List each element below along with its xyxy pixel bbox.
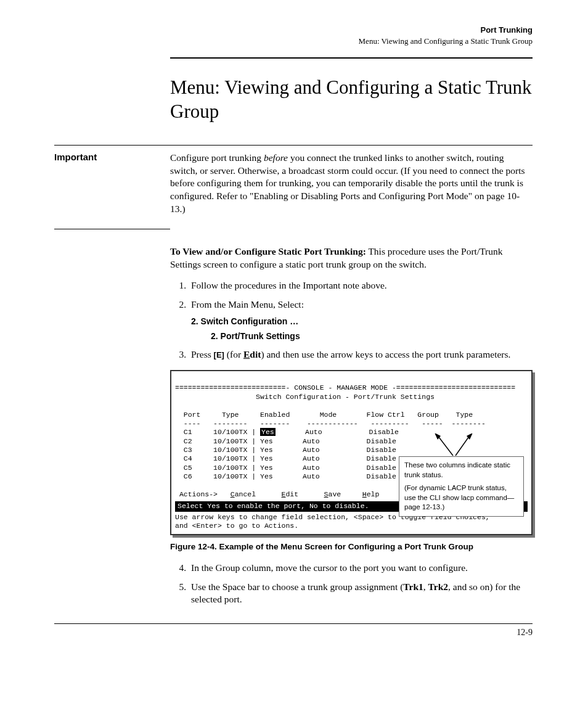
row-c6: C6 10/100TX | Yes Auto Disable bbox=[175, 472, 396, 480]
steps-list-1: Follow the procedures in the Important n… bbox=[170, 279, 533, 361]
menu-path-2: 2. Port/Trunk Settings bbox=[211, 330, 533, 342]
running-title: Port Trunking bbox=[54, 25, 533, 36]
svg-line-2 bbox=[455, 435, 470, 456]
main-content: To View and/or Configure Static Port Tru… bbox=[170, 245, 533, 615]
figure-caption: Figure 12-4. Example of the Menu Screen … bbox=[170, 541, 533, 552]
row-c1: C1 10/100TX | Yes Auto Disable bbox=[175, 428, 399, 436]
important-label: Important bbox=[54, 152, 97, 162]
step-1: Follow the procedures in the Important n… bbox=[189, 279, 533, 292]
important-em: before bbox=[264, 152, 288, 163]
important-body: Configure port trunking before you conne… bbox=[170, 145, 533, 229]
callout-box: These two columns indicate static trunk … bbox=[399, 456, 524, 517]
svg-line-0 bbox=[437, 435, 453, 456]
running-subtitle: Menu: Viewing and Configuring a Static T… bbox=[54, 36, 533, 47]
row-c5: C5 10/100TX | Yes Auto Disable bbox=[175, 464, 396, 472]
page-title: Menu: Viewing and Configuring a Static T… bbox=[170, 76, 533, 124]
important-label-col: Important bbox=[54, 145, 170, 229]
console-title: ==========================- CONSOLE - MA… bbox=[175, 384, 515, 392]
console-subtitle: Switch Configuration - Port/Trunk Settin… bbox=[175, 393, 435, 401]
callout-line1: These two columns indicate static trunk … bbox=[404, 461, 518, 480]
rule-bottom bbox=[54, 623, 533, 624]
rule-top bbox=[170, 57, 533, 59]
callout-line2: (For dynamic LACP trunk status, use the … bbox=[404, 483, 518, 512]
running-header: Port Trunking Menu: Viewing and Configur… bbox=[54, 25, 533, 46]
console-help2: and <Enter> to go to Actions. bbox=[175, 522, 298, 530]
menu-path-1: 2. Switch Configuration … bbox=[191, 316, 298, 326]
page-number: 12-9 bbox=[54, 628, 533, 638]
step-2: From the Main Menu, Select: 2. Switch Co… bbox=[189, 298, 533, 342]
step-4: In the Group column, move the cursor to … bbox=[189, 562, 533, 575]
page: Port Trunking Menu: Viewing and Configur… bbox=[0, 0, 588, 706]
intro-lead: To View and/or Configure Static Port Tru… bbox=[170, 246, 366, 257]
keycap-e: [E] bbox=[214, 350, 224, 359]
steps-list-2: In the Group column, move the cursor to … bbox=[170, 562, 533, 607]
step-3: Press [E] (for Edit) and then use the ar… bbox=[189, 348, 533, 361]
step-5: Use the Space bar to choose a trunk grou… bbox=[189, 581, 533, 607]
console-dashes: ---- -------- ------- ------------ -----… bbox=[175, 419, 486, 427]
console-actions: Actions-> Cancel Edit Save Help bbox=[175, 490, 379, 498]
callout-arrows-icon bbox=[431, 433, 477, 458]
row-c2: C2 10/100TX | Yes Auto Disable bbox=[175, 437, 396, 445]
row-c3: C3 10/100TX | Yes Auto Disable bbox=[175, 446, 396, 454]
figure-wrap: ==========================- CONSOLE - MA… bbox=[170, 370, 533, 535]
important-pre: Configure port trunking bbox=[170, 152, 264, 163]
row-c4: C4 10/100TX | Yes Auto Disable bbox=[175, 454, 396, 462]
console-head: Port Type Enabled Mode Flow Ctrl Group T… bbox=[175, 411, 473, 419]
